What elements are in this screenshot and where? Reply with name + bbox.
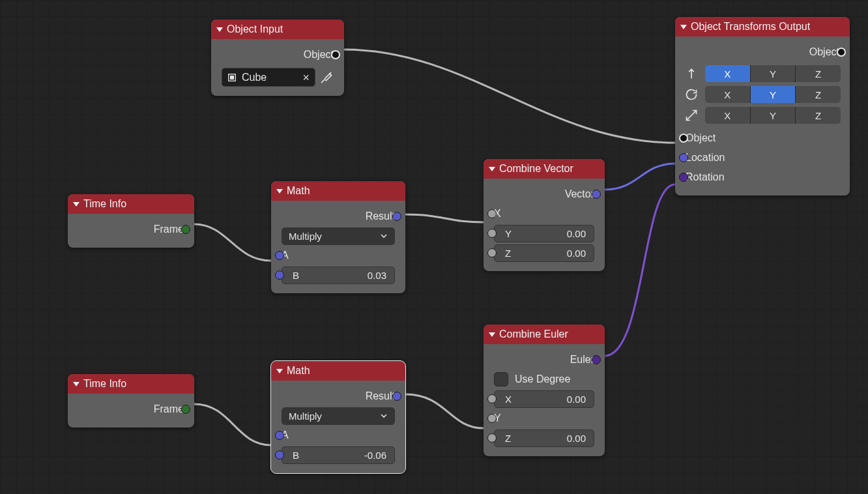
- output-result: Result: [280, 207, 396, 225]
- eyedropper-icon[interactable]: [319, 70, 334, 85]
- node-object-input[interactable]: Object Input Object Cube ×: [211, 20, 344, 96]
- node-header[interactable]: Object Transforms Output: [675, 17, 850, 36]
- loc-x-toggle[interactable]: X: [705, 65, 751, 82]
- svg-rect-1: [230, 75, 234, 79]
- input-y: Y 0.00: [493, 224, 596, 242]
- chevron-down-icon: [380, 411, 388, 422]
- loc-z-toggle[interactable]: Z: [796, 65, 841, 82]
- operation-select-row: Multiply: [280, 407, 396, 425]
- input-object: Object: [684, 129, 841, 147]
- socket-z-in[interactable]: [487, 248, 497, 257]
- socket-object-in[interactable]: [679, 134, 688, 143]
- socket-x-in[interactable]: [487, 394, 497, 403]
- collapse-icon[interactable]: [489, 332, 495, 337]
- input-b-value[interactable]: B -0.06: [282, 446, 395, 464]
- input-rotation: Rotation: [684, 168, 841, 186]
- socket-frame-out[interactable]: [181, 405, 190, 414]
- loc-y-toggle[interactable]: Y: [751, 65, 796, 82]
- loc-seg: X Y Z: [705, 65, 841, 82]
- output-frame: Frame: [77, 220, 185, 239]
- input-a: A: [280, 426, 396, 444]
- output-object: Object: [684, 43, 841, 61]
- mesh-icon: [227, 73, 237, 82]
- socket-result-out[interactable]: [392, 392, 401, 401]
- node-combine-vector[interactable]: Combine Vector Vector X Y 0.00 Z 0.00: [484, 159, 605, 271]
- socket-euler-out[interactable]: [592, 355, 601, 364]
- input-b-value[interactable]: B 0.03: [282, 267, 395, 284]
- input-b: B 0.03: [280, 266, 396, 284]
- input-z-value[interactable]: Z 0.00: [494, 429, 594, 447]
- socket-object-out[interactable]: [331, 50, 340, 59]
- socket-b-in[interactable]: [275, 450, 284, 459]
- node-header[interactable]: Time Info: [68, 194, 194, 214]
- use-degree-row: Use Degree: [493, 370, 596, 388]
- node-time-info-2[interactable]: Time Info Frame: [68, 374, 194, 428]
- input-z-value[interactable]: Z 0.00: [494, 244, 594, 262]
- collapse-icon[interactable]: [680, 25, 687, 29]
- node-header[interactable]: Math: [271, 181, 405, 201]
- node-header[interactable]: Combine Vector: [484, 159, 605, 179]
- socket-a-in[interactable]: [275, 251, 284, 260]
- collapse-icon[interactable]: [489, 167, 495, 171]
- socket-result-out[interactable]: [392, 212, 401, 221]
- scl-y-toggle[interactable]: Y: [751, 107, 796, 124]
- socket-rotation-in[interactable]: [679, 173, 688, 182]
- node-header[interactable]: Combine Euler: [484, 325, 605, 344]
- operation-dropdown[interactable]: Multiply: [282, 407, 395, 425]
- location-icon: [684, 66, 699, 81]
- clear-icon[interactable]: ×: [302, 72, 310, 83]
- collapse-icon[interactable]: [276, 189, 283, 194]
- rot-y-toggle[interactable]: Y: [751, 86, 796, 103]
- scl-z-toggle[interactable]: Z: [796, 107, 841, 124]
- node-time-info-1[interactable]: Time Info Frame: [68, 194, 194, 248]
- input-x-value[interactable]: X 0.00: [494, 390, 594, 408]
- node-title: Combine Euler: [499, 328, 568, 340]
- socket-frame-out[interactable]: [181, 225, 190, 234]
- socket-a-in[interactable]: [275, 431, 284, 440]
- rot-x-toggle[interactable]: X: [705, 86, 751, 103]
- node-header[interactable]: Math: [271, 361, 405, 381]
- node-math-2[interactable]: Math Result Multiply A B -0.06: [271, 361, 405, 473]
- rotation-icon: [684, 87, 699, 102]
- node-object-transforms-output[interactable]: Object Transforms Output Object X Y Z: [675, 17, 850, 196]
- socket-location-in[interactable]: [679, 153, 688, 162]
- collapse-icon[interactable]: [216, 27, 223, 32]
- socket-y-in[interactable]: [487, 229, 497, 238]
- node-header[interactable]: Object Input: [211, 20, 344, 39]
- socket-b-in[interactable]: [275, 270, 284, 280]
- scl-seg: X Y Z: [705, 107, 841, 124]
- use-degree-checkbox[interactable]: [494, 372, 508, 386]
- socket-x-in[interactable]: [487, 209, 497, 218]
- object-field[interactable]: Cube ×: [222, 68, 315, 87]
- input-y-value[interactable]: Y 0.00: [494, 225, 594, 242]
- input-z: Z 0.00: [493, 244, 596, 262]
- input-y: Y: [493, 409, 596, 428]
- xyz-channels: X Y Z X Y Z X: [684, 65, 841, 124]
- operation-dropdown[interactable]: Multiply: [282, 227, 395, 245]
- collapse-icon[interactable]: [276, 369, 283, 373]
- output-vector: Vector: [493, 185, 596, 203]
- socket-z-in[interactable]: [487, 433, 497, 443]
- rotation-channels: X Y Z: [684, 86, 841, 103]
- collapse-icon[interactable]: [73, 382, 80, 386]
- node-combine-euler[interactable]: Combine Euler Euler Use Degree X 0.00 Y …: [484, 325, 605, 456]
- input-b: B -0.06: [280, 446, 396, 464]
- collapse-icon[interactable]: [73, 202, 80, 207]
- chevron-down-icon: [380, 231, 388, 242]
- output-frame: Frame: [77, 400, 185, 418]
- input-z: Z 0.00: [493, 429, 596, 447]
- output-euler: Euler: [493, 351, 596, 369]
- node-title: Math: [287, 365, 310, 377]
- input-location: Location: [684, 149, 841, 167]
- socket-object-out[interactable]: [837, 48, 846, 57]
- output-object: Object: [220, 46, 335, 64]
- scale-icon: [684, 108, 699, 123]
- socket-y-in[interactable]: [487, 414, 497, 423]
- socket-vector-out[interactable]: [592, 190, 601, 199]
- input-x: X: [493, 205, 596, 223]
- input-a: A: [280, 246, 396, 265]
- node-math-1[interactable]: Math Result Multiply A B 0.03: [271, 181, 405, 293]
- node-header[interactable]: Time Info: [68, 374, 194, 394]
- rot-z-toggle[interactable]: Z: [796, 86, 841, 103]
- scl-x-toggle[interactable]: X: [705, 107, 751, 124]
